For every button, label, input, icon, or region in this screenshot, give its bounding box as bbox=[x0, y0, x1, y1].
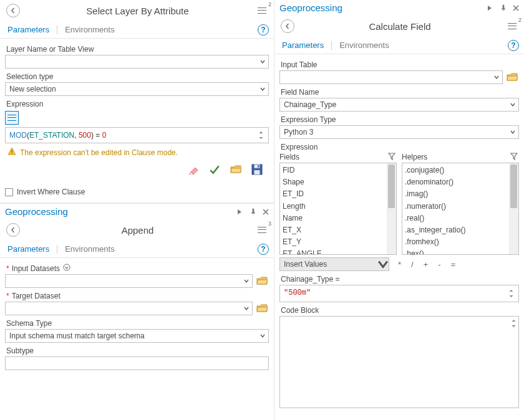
operator-divide[interactable]: / bbox=[411, 260, 414, 269]
pin-icon[interactable] bbox=[499, 4, 508, 12]
svg-point-6 bbox=[64, 264, 70, 270]
list-item[interactable]: .conjugate() bbox=[405, 165, 516, 176]
operator-equals[interactable]: = bbox=[451, 260, 456, 269]
invert-where-label: Invert Where Clause bbox=[17, 188, 85, 196]
expand-icon[interactable] bbox=[62, 263, 71, 272]
helpers-listbox[interactable]: .conjugate() .denominator() .imag() .num… bbox=[402, 163, 519, 255]
tab-parameters[interactable]: Parameters bbox=[279, 39, 326, 51]
schema-type-dropdown[interactable]: Input schema must match target schema bbox=[5, 329, 269, 343]
list-item[interactable]: .fromhex() bbox=[405, 236, 516, 248]
browse-folder-button[interactable] bbox=[505, 70, 519, 84]
scrollbar[interactable] bbox=[509, 163, 518, 254]
code-block-input[interactable] bbox=[279, 316, 519, 408]
help-icon[interactable]: ? bbox=[258, 24, 269, 36]
chainage-expr-input[interactable]: "500m" bbox=[279, 285, 519, 302]
scrollbar[interactable] bbox=[387, 163, 396, 254]
selection-type-label: Selection type bbox=[6, 72, 269, 81]
tab-environments[interactable]: Environments bbox=[337, 39, 391, 51]
layer-dropdown[interactable] bbox=[5, 55, 269, 69]
list-item[interactable]: .real() bbox=[405, 212, 516, 224]
svg-rect-1 bbox=[11, 153, 12, 154]
chevron-down-icon bbox=[241, 302, 252, 315]
chevron-down-icon bbox=[257, 55, 268, 68]
menu-badge: 2 bbox=[268, 1, 271, 7]
list-item[interactable]: .denominator() bbox=[405, 176, 516, 188]
help-icon[interactable]: ? bbox=[508, 40, 519, 51]
fields-listbox[interactable]: FID Shape ET_ID Length Name ET_X ET_Y ET… bbox=[279, 163, 397, 255]
verify-button[interactable] bbox=[209, 164, 220, 175]
target-dataset-label: Target Dataset bbox=[6, 292, 269, 300]
save-button[interactable] bbox=[251, 164, 263, 175]
tab-parameters[interactable]: Parameters bbox=[5, 243, 52, 255]
tool-title: Append bbox=[20, 225, 255, 236]
list-item[interactable]: ET_X bbox=[283, 224, 394, 236]
operator-add[interactable]: + bbox=[424, 260, 429, 269]
list-item[interactable]: .imag() bbox=[405, 188, 516, 200]
back-button[interactable] bbox=[6, 4, 20, 17]
tab-environments[interactable]: Environments bbox=[62, 243, 117, 255]
expression-type-dropdown[interactable]: Python 3 bbox=[279, 125, 519, 139]
list-item[interactable]: .as_integer_ratio() bbox=[405, 224, 516, 236]
operator-subtract[interactable]: - bbox=[438, 260, 440, 269]
filter-icon[interactable] bbox=[510, 153, 519, 161]
list-item[interactable]: ET_Y bbox=[283, 236, 394, 248]
eraser-button[interactable] bbox=[188, 164, 199, 175]
code-block-label: Code Block bbox=[281, 306, 519, 315]
input-table-dropdown[interactable] bbox=[279, 70, 503, 84]
stepper-down[interactable] bbox=[510, 323, 517, 329]
autohide-button[interactable] bbox=[487, 4, 495, 12]
stepper-up[interactable] bbox=[257, 130, 264, 135]
chevron-down-icon bbox=[507, 126, 518, 138]
list-item[interactable]: Name bbox=[283, 212, 394, 224]
menu-badge: 2 bbox=[518, 17, 522, 23]
browse-folder-button[interactable] bbox=[255, 274, 269, 288]
tab-environments[interactable]: Environments bbox=[62, 24, 117, 36]
stepper-down[interactable] bbox=[507, 294, 515, 299]
filter-icon[interactable] bbox=[388, 153, 397, 161]
pane-title: Geoprocessing bbox=[5, 206, 68, 217]
invert-where-checkbox[interactable] bbox=[5, 188, 13, 196]
chevron-down-icon bbox=[507, 98, 518, 111]
help-icon[interactable]: ? bbox=[258, 244, 269, 255]
tool-menu-button[interactable]: 2 bbox=[505, 19, 519, 33]
input-datasets-dropdown[interactable] bbox=[5, 274, 253, 288]
field-name-dropdown[interactable]: Chainage_Type bbox=[279, 98, 519, 112]
open-folder-button[interactable] bbox=[230, 164, 241, 175]
fields-label: Fields bbox=[279, 153, 299, 161]
tab-separator bbox=[331, 41, 332, 50]
tool-menu-button[interactable]: 3 bbox=[255, 223, 269, 237]
list-item[interactable]: ET_ID bbox=[283, 188, 394, 200]
helpers-label: Helpers bbox=[402, 153, 427, 161]
selection-type-value: New selection bbox=[6, 85, 257, 93]
list-item[interactable]: ET_ANGLE bbox=[283, 248, 394, 255]
subtype-input[interactable] bbox=[5, 356, 269, 370]
back-button[interactable] bbox=[6, 223, 20, 237]
stepper-up[interactable] bbox=[507, 288, 515, 294]
autohide-button[interactable] bbox=[236, 208, 245, 216]
chevron-down-icon bbox=[491, 71, 502, 84]
insert-values-dropdown[interactable]: Insert Values bbox=[279, 257, 389, 271]
list-item[interactable]: .numerator() bbox=[405, 201, 516, 212]
tool-menu-button[interactable]: 2 bbox=[255, 4, 269, 17]
expression-section-label: Expression bbox=[281, 143, 519, 151]
sql-mode-button[interactable] bbox=[5, 111, 19, 125]
target-dataset-dropdown[interactable] bbox=[5, 302, 253, 315]
selection-type-dropdown[interactable]: New selection bbox=[5, 82, 269, 96]
pane-title: Geoprocessing bbox=[279, 2, 342, 13]
pin-icon[interactable] bbox=[249, 208, 258, 216]
list-item[interactable]: FID bbox=[283, 165, 394, 176]
stepper-down[interactable] bbox=[257, 135, 264, 141]
list-item[interactable]: .hex() bbox=[405, 248, 516, 255]
back-button[interactable] bbox=[281, 19, 294, 33]
expression-input[interactable]: MOD(ET_STATION, 500) = 0 bbox=[5, 127, 269, 143]
tab-parameters[interactable]: Parameters bbox=[5, 24, 52, 36]
close-icon[interactable] bbox=[261, 208, 270, 216]
list-item[interactable]: Length bbox=[283, 201, 394, 212]
stepper-up[interactable] bbox=[510, 318, 517, 323]
list-item[interactable]: Shape bbox=[283, 176, 394, 188]
chevron-down-icon bbox=[257, 330, 268, 342]
operator-multiply[interactable]: * bbox=[398, 260, 401, 269]
field-name-label: Field Name bbox=[281, 88, 519, 97]
close-icon[interactable] bbox=[512, 4, 520, 12]
browse-folder-button[interactable] bbox=[255, 302, 269, 315]
